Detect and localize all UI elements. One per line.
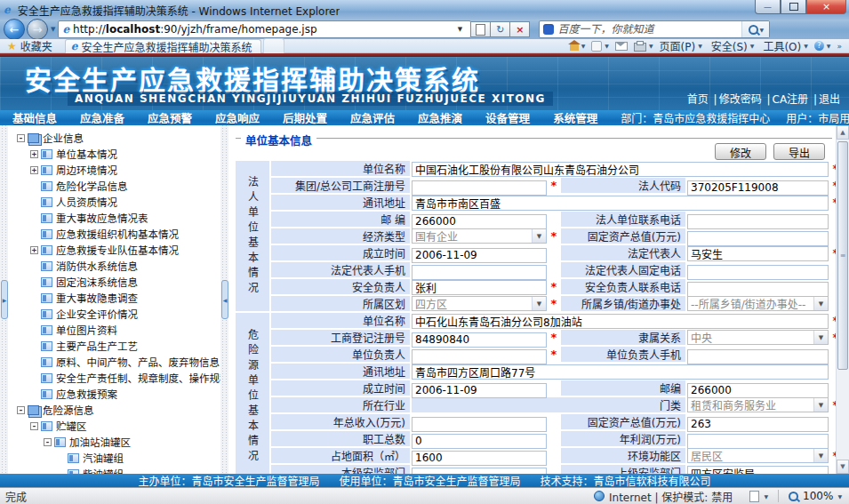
tree-item[interactable]: - 企业信息 (8, 130, 220, 146)
tree-item[interactable]: 单位图片资料 (8, 322, 220, 338)
command-menu-item[interactable]: 安全(S)▼ (711, 38, 755, 53)
search-button[interactable]: ▼ (741, 21, 769, 37)
scroll-down-icon[interactable]: ▼ (837, 460, 849, 474)
form-select[interactable]: 四方区▼ (412, 296, 547, 311)
tree-item[interactable]: 重大事故应急情况表 (8, 210, 220, 226)
favorites-label[interactable]: 收藏夹 (20, 38, 52, 53)
form-input[interactable] (412, 180, 547, 196)
form-action-button[interactable]: 导出 (773, 143, 825, 160)
close-button[interactable]: × (806, 0, 846, 14)
form-action-button[interactable]: 修改 (715, 143, 766, 160)
command-menu-item[interactable]: 页面(P)▼ (660, 38, 702, 53)
select-arrow-icon[interactable]: ▼ (813, 331, 828, 344)
refresh-button[interactable]: ↻ (491, 21, 510, 37)
nav-item[interactable]: 后期处置 (283, 109, 327, 126)
nav-item[interactable]: 设备管理 (485, 109, 530, 126)
form-input[interactable] (412, 196, 829, 211)
form-input[interactable] (687, 246, 829, 261)
form-input[interactable] (687, 383, 829, 398)
form-input[interactable] (412, 417, 547, 432)
scrollbar-track[interactable]: ≡ (837, 140, 849, 460)
overflow-chevron-icon[interactable]: » (837, 42, 842, 51)
form-input[interactable] (412, 451, 547, 466)
form-select[interactable]: 国有企业▼ (412, 228, 547, 244)
tree-item[interactable]: 应急救援预案 (8, 386, 220, 402)
help-button[interactable]: ?▼ (814, 41, 831, 51)
nav-item[interactable]: 应急预警 (148, 109, 192, 126)
tree-toggle[interactable]: - (17, 406, 25, 414)
home-button[interactable]: ▼ (570, 41, 586, 51)
tree-item[interactable]: 主要产品生产工艺 (8, 338, 220, 354)
print-button[interactable]: ▼ (634, 41, 653, 52)
tree-item[interactable]: + 应急救援专业队伍基本情况 (8, 242, 220, 258)
right-splitter[interactable]: ◀ (220, 125, 228, 474)
favorites-star-icon[interactable]: ★ (7, 40, 17, 52)
left-splitter[interactable]: ▶ (0, 125, 8, 474)
form-select[interactable]: 中央▼ (687, 330, 829, 345)
form-select[interactable]: --所属乡镇/街道办事处--▼ (687, 296, 829, 311)
form-input[interactable] (687, 180, 829, 196)
form-input[interactable] (687, 417, 829, 432)
tree-item[interactable]: 危险化学品信息 (8, 178, 220, 194)
form-input[interactable] (687, 231, 829, 246)
minimize-button[interactable]: — (755, 0, 781, 14)
tree-toggle[interactable]: - (17, 134, 25, 142)
form-input[interactable] (412, 364, 829, 380)
maximize-button[interactable] (781, 0, 806, 14)
command-menu-item[interactable]: 工具(O)▼ (763, 38, 807, 53)
form-input[interactable] (687, 282, 829, 297)
select-arrow-icon[interactable]: ▼ (813, 449, 828, 462)
tree-item[interactable]: 固定泡沫系统信息 (8, 274, 220, 290)
tree-item[interactable]: - 加油站油罐区 (8, 434, 220, 450)
history-dropdown-icon[interactable]: ▼ (51, 26, 55, 33)
tree-item[interactable]: 汽油罐组 (8, 450, 220, 466)
vertical-scrollbar[interactable]: ▲ ≡ ▼ (836, 125, 849, 474)
tree-item[interactable]: - 贮罐区 (8, 418, 220, 434)
tree-item[interactable]: 人员资质情况 (8, 194, 220, 210)
nav-item[interactable]: 应急推演 (418, 109, 462, 126)
nav-item[interactable]: 应急准备 (80, 109, 124, 126)
form-input[interactable] (412, 349, 547, 364)
nav-item[interactable]: 系统管理 (553, 109, 597, 126)
tree-item[interactable]: 重大事故隐患调查 (8, 290, 220, 306)
tree-item[interactable]: 企业安全评价情况 (8, 306, 220, 322)
nav-item[interactable]: 基础信息 (12, 109, 57, 126)
tree-toggle[interactable]: - (44, 438, 52, 446)
tree-item[interactable]: - 危险源信息 (8, 402, 220, 418)
form-input[interactable] (412, 248, 547, 263)
new-tab-button[interactable] (263, 38, 284, 53)
form-input[interactable] (412, 434, 547, 449)
forward-button[interactable]: → (27, 19, 48, 40)
address-dropdown-icon[interactable]: ▼ (453, 26, 467, 33)
header-link[interactable]: CA注册 (762, 93, 808, 106)
form-input[interactable] (412, 214, 547, 229)
tree-item[interactable]: 安全生产责任制、规章制度、操作规程信息 (8, 370, 220, 386)
tree-toggle[interactable]: - (30, 422, 38, 430)
form-input[interactable] (412, 162, 829, 177)
form-input[interactable] (687, 214, 829, 229)
tree-item[interactable]: 消防供水系统信息 (8, 258, 220, 274)
form-input[interactable] (412, 280, 547, 295)
right-splitter-arrow-icon[interactable]: ◀ (221, 280, 228, 319)
nav-item[interactable]: 应急评估 (350, 109, 395, 126)
left-splitter-arrow-icon[interactable]: ▶ (1, 280, 8, 319)
tree-toggle[interactable]: + (30, 166, 38, 174)
select-arrow-icon[interactable]: ▼ (813, 297, 828, 310)
feeds-button[interactable]: ▼ (591, 41, 609, 52)
compatibility-view-button[interactable] (471, 21, 491, 37)
back-button[interactable]: ← (4, 19, 25, 40)
tree-toggle[interactable]: + (30, 150, 38, 158)
zoom-icon[interactable] (789, 492, 798, 501)
select-arrow-icon[interactable]: ▼ (532, 229, 546, 243)
scroll-up-icon[interactable]: ▲ (837, 125, 849, 140)
stop-button[interactable]: × (510, 21, 530, 37)
form-input[interactable] (687, 434, 829, 449)
select-arrow-icon[interactable]: ▼ (532, 297, 546, 310)
select-arrow-icon[interactable]: ▼ (813, 398, 828, 412)
scrollbar-thumb[interactable]: ≡ (837, 141, 848, 370)
tree-item[interactable]: + 单位基本情况 (8, 146, 220, 162)
header-link[interactable]: 退出 (808, 93, 840, 106)
form-input[interactable] (412, 383, 547, 398)
tree-toggle[interactable]: + (30, 246, 38, 254)
tree-item[interactable]: 应急救援组织机构基本情况 (8, 226, 220, 242)
